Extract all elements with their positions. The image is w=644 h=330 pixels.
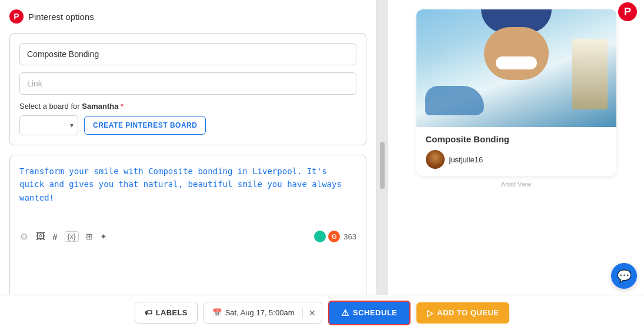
- link-input[interactable]: [19, 72, 356, 95]
- image-icon[interactable]: 🖼: [36, 231, 45, 242]
- schedule-button[interactable]: ⚠ SCHEDULE: [328, 301, 410, 325]
- grammarly-g-icon: G: [328, 231, 340, 242]
- schedule-btn-label: SCHEDULE: [353, 308, 398, 317]
- label-icon: 🏷: [145, 308, 152, 317]
- labels-button[interactable]: 🏷 LABELS: [135, 302, 198, 324]
- pinterest-logo-top-right: P: [618, 2, 637, 21]
- preview-user: justjulie16: [426, 150, 607, 169]
- labels-btn-label: LABELS: [156, 308, 188, 317]
- board-select[interactable]: [19, 115, 78, 135]
- teeth-element: [496, 56, 537, 69]
- create-board-button[interactable]: CREATE PINTEREST BOARD: [84, 116, 206, 135]
- pinterest-icon: P: [9, 9, 24, 24]
- preview-image-content: [416, 9, 616, 127]
- board-select-wrapper: [19, 115, 78, 135]
- options-title: Pinterest options: [28, 12, 94, 22]
- preview-info: Composite Bonding justjulie16: [416, 127, 616, 176]
- schedule-icon: ⚠: [341, 308, 349, 318]
- queue-icon: ▷: [427, 308, 434, 318]
- date-close-button[interactable]: ✕: [302, 308, 322, 318]
- main-container: P Pinterest options Select a board for S…: [0, 0, 644, 330]
- options-card: Select a board for Samantha * CREATE PIN…: [9, 33, 366, 145]
- preview-caption: Artist View: [501, 181, 532, 188]
- date-group: 📅 Sat, Aug 17, 5:00am ✕: [203, 302, 323, 324]
- variable-icon[interactable]: {x}: [65, 231, 79, 242]
- grammarly-check-icon: [314, 231, 326, 242]
- ai-sparkle-icon[interactable]: ✦: [100, 232, 107, 241]
- right-panel: P: [388, 0, 644, 330]
- text-card-footer: ☺ 🖼 # {x} ⊞ ✦ G 363: [19, 231, 356, 242]
- chat-widget[interactable]: 💬: [611, 263, 637, 289]
- glove-element: [425, 86, 484, 115]
- pinterest-options-header: P Pinterest options: [9, 9, 366, 24]
- board-select-row: CREATE PINTEREST BOARD: [19, 115, 356, 135]
- date-display[interactable]: 📅 Sat, Aug 17, 5:00am: [204, 302, 303, 323]
- bottom-toolbar: 🏷 LABELS 📅 Sat, Aug 17, 5:00am ✕ ⚠ SCHED…: [0, 295, 644, 330]
- preview-title: Composite Bonding: [426, 134, 607, 144]
- post-textarea[interactable]: Transform your smile with Composite bond…: [19, 165, 356, 224]
- avatar-image: [426, 150, 445, 169]
- face-element: [484, 27, 549, 80]
- text-card-icons: ☺ 🖼 # {x} ⊞ ✦: [19, 231, 107, 242]
- avatar: [426, 150, 445, 169]
- scroll-thumb[interactable]: [380, 142, 385, 189]
- scroll-divider: [376, 0, 388, 330]
- add-to-queue-button[interactable]: ▷ ADD TO QUEUE: [416, 302, 510, 324]
- title-input[interactable]: [19, 43, 356, 65]
- preview-card: Composite Bonding justjulie16: [416, 9, 616, 176]
- add-queue-btn-label: ADD TO QUEUE: [437, 308, 499, 317]
- swatch-strip: [572, 39, 608, 109]
- hashtag-icon[interactable]: #: [52, 232, 57, 242]
- board-select-label: Select a board for Samantha *: [19, 102, 356, 111]
- emoji-icon[interactable]: ☺: [19, 231, 29, 242]
- calendar-icon: 📅: [212, 308, 222, 317]
- grid-icon[interactable]: ⊞: [86, 232, 93, 241]
- preview-image: [416, 9, 616, 127]
- username: justjulie16: [449, 155, 483, 164]
- char-count: 363: [343, 232, 356, 241]
- date-label: Sat, Aug 17, 5:00am: [225, 308, 295, 317]
- left-panel: P Pinterest options Select a board for S…: [0, 0, 376, 330]
